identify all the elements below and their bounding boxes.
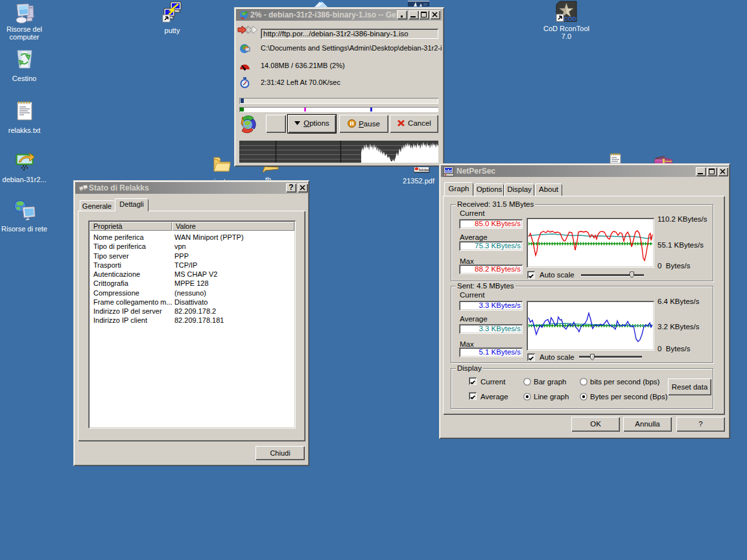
svg-text:Adobe: Adobe	[419, 168, 429, 172]
svg-text:COD: COD	[563, 16, 577, 22]
